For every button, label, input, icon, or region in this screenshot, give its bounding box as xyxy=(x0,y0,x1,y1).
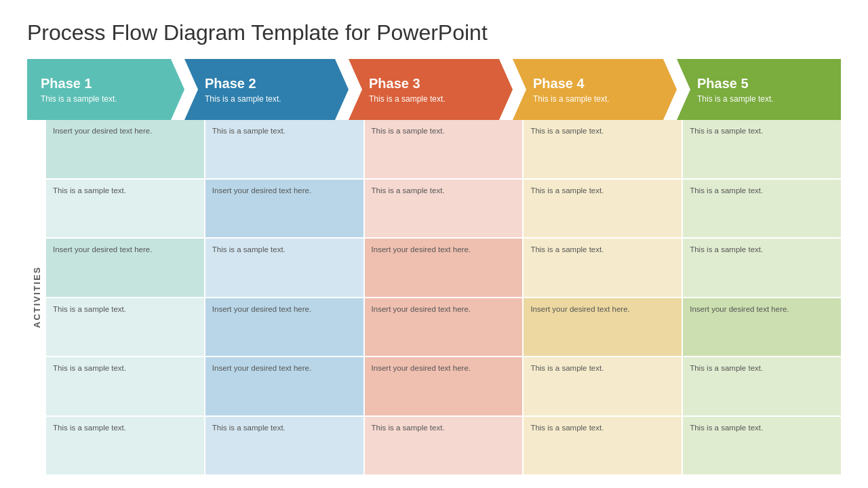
grid-cell-1-3: Insert your desired text here. xyxy=(46,239,204,297)
grid-cell-3-2: This is a sample text. xyxy=(365,180,523,238)
phase-header-3: Phase 3This is a sample text. xyxy=(349,59,513,120)
grid-col-5: This is a sample text.This is a sample t… xyxy=(683,120,841,474)
phase-name-4: Phase 4 xyxy=(533,76,663,92)
grid-cell-1-6: This is a sample text. xyxy=(46,417,204,475)
grid-cell-4-4: Insert your desired text here. xyxy=(524,298,682,357)
grid-cell-5-5: This is a sample text. xyxy=(683,357,841,415)
grid-cell-1-2: This is a sample text. xyxy=(46,180,204,238)
grid-col-3: This is a sample text.This is a sample t… xyxy=(365,120,523,474)
grid-cell-2-2: Insert your desired text here. xyxy=(205,180,363,238)
phase-desc-3: This is a sample text. xyxy=(369,94,499,104)
grid-cell-4-6: This is a sample text. xyxy=(524,417,682,475)
grid-cell-5-6: This is a sample text. xyxy=(683,417,841,475)
grid-cell-2-5: Insert your desired text here. xyxy=(205,357,363,415)
phase-name-5: Phase 5 xyxy=(697,76,827,92)
grid-cell-3-3: Insert your desired text here. xyxy=(365,239,523,297)
grid-cell-3-4: Insert your desired text here. xyxy=(365,298,523,357)
grid-cell-4-3: This is a sample text. xyxy=(524,239,682,297)
page-title: Process Flow Diagram Template for PowerP… xyxy=(27,20,841,45)
grid-cell-4-2: This is a sample text. xyxy=(524,180,682,238)
grid-cell-1-4: This is a sample text. xyxy=(46,298,204,357)
phase-header-4: Phase 4This is a sample text. xyxy=(513,59,677,120)
grid-cell-4-5: This is a sample text. xyxy=(524,357,682,415)
activities-label: ACTIVITIES xyxy=(27,120,46,474)
grid-cell-3-1: This is a sample text. xyxy=(365,120,523,178)
phase-name-2: Phase 2 xyxy=(205,76,335,92)
grid-cell-2-3: This is a sample text. xyxy=(205,239,363,297)
grid-cell-5-4: Insert your desired text here. xyxy=(683,298,841,357)
activities-grid: ACTIVITIES Insert your desired text here… xyxy=(27,120,841,474)
grid-cell-4-1: This is a sample text. xyxy=(524,120,682,178)
grid-col-1: Insert your desired text here.This is a … xyxy=(46,120,204,474)
grid-cell-2-6: This is a sample text. xyxy=(205,417,363,475)
grid-col-4: This is a sample text.This is a sample t… xyxy=(524,120,682,474)
grid-cell-2-1: This is a sample text. xyxy=(205,120,363,178)
phase-header-1: Phase 1This is a sample text. xyxy=(27,59,184,120)
phase-desc-1: This is a sample text. xyxy=(41,94,171,104)
grid-cell-3-6: This is a sample text. xyxy=(365,417,523,475)
grid-cell-1-5: This is a sample text. xyxy=(46,357,204,415)
phase-name-1: Phase 1 xyxy=(41,76,171,92)
phase-desc-4: This is a sample text. xyxy=(533,94,663,104)
phase-header-5: Phase 5This is a sample text. xyxy=(677,59,841,120)
phase-desc-2: This is a sample text. xyxy=(205,94,335,104)
grid-cell-2-4: Insert your desired text here. xyxy=(205,298,363,357)
diagram-container: Phase 1This is a sample text.Phase 2This… xyxy=(27,59,841,474)
grid-cell-3-5: Insert your desired text here. xyxy=(365,357,523,415)
grid-cell-5-2: This is a sample text. xyxy=(683,180,841,238)
phase-header-row: Phase 1This is a sample text.Phase 2This… xyxy=(27,59,841,120)
grid-cell-1-1: Insert your desired text here. xyxy=(46,120,204,178)
grid-cell-5-3: This is a sample text. xyxy=(683,239,841,297)
grid-col-2: This is a sample text.Insert your desire… xyxy=(205,120,363,474)
phase-desc-5: This is a sample text. xyxy=(697,94,827,104)
grid-table: Insert your desired text here.This is a … xyxy=(46,120,841,474)
grid-cell-5-1: This is a sample text. xyxy=(683,120,841,178)
phase-name-3: Phase 3 xyxy=(369,76,499,92)
phase-header-2: Phase 2This is a sample text. xyxy=(184,59,349,120)
